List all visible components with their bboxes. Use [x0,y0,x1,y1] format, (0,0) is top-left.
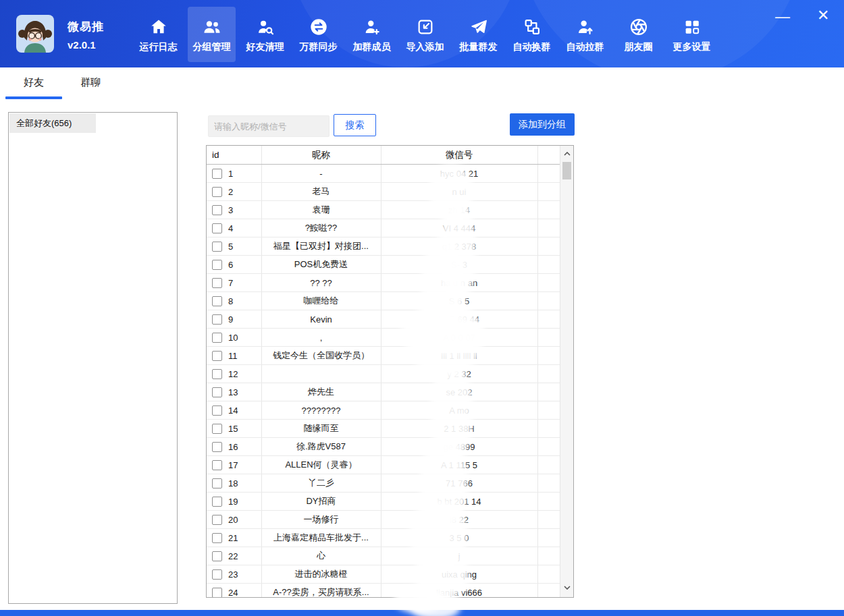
row-nickname: 老马 [261,186,381,198]
row-wechat-id: 2 1 38H [381,424,537,434]
row-checkbox[interactable] [212,314,222,325]
table-row[interactable]: 10,A 0 0 07 [207,329,573,347]
row-nickname: 烨先生 [261,386,381,398]
row-nickname: ?? ?? [261,278,381,288]
row-id: 18 [228,478,238,488]
table-row[interactable]: 2老马n ui [207,183,573,201]
row-checkbox[interactable] [212,260,222,270]
row-checkbox[interactable] [212,588,222,598]
table-row[interactable]: 12y 2 32 [207,365,573,383]
table-row[interactable]: 19DY招商b bt 201 14 [207,493,573,511]
nav-item-sync[interactable]: 万群同步 [294,7,342,62]
scroll-down-icon[interactable] [560,581,573,594]
friends-table: id 昵称 微信号 1-hyc 04 212老马n ui3袁珊zh 144?鮟嗞… [206,145,574,598]
row-checkbox[interactable] [212,205,222,215]
nav-item-import[interactable]: 导入添加 [401,7,449,62]
row-checkbox[interactable] [212,460,222,470]
nav-item-switch-group[interactable]: 自动换群 [508,7,556,62]
row-checkbox[interactable] [212,187,222,197]
scroll-up-icon[interactable] [560,147,573,161]
scrollbar-thumb[interactable] [562,162,571,179]
import-icon [416,16,435,38]
table-row[interactable]: 16徐.路虎V587ge 4899 [207,438,573,456]
table-row[interactable]: 5福星【已双封】对接团...q1 2 378 [207,237,573,256]
table-row[interactable]: 22心j [207,547,573,565]
row-checkbox[interactable] [212,242,222,252]
row-id: 12 [228,369,238,379]
search-input[interactable] [208,115,329,137]
row-wechat-id: 3 5 0 [381,533,537,543]
tab-group-chats[interactable]: 群聊 [62,67,119,98]
table-row[interactable]: 17ALLEN何（灵睿）A 1 115 5 [207,456,573,474]
row-checkbox[interactable] [212,478,222,488]
row-checkbox[interactable] [212,296,222,306]
row-checkbox[interactable] [212,223,222,233]
table-row[interactable]: 13烨先生se 202 [207,383,573,401]
nav-item-send[interactable]: 批量群发 [454,7,502,62]
row-wechat-id: y 2 32 [381,369,537,379]
pull-group-icon [576,16,595,38]
row-checkbox[interactable] [212,405,222,416]
row-id: 7 [228,278,233,288]
search-button[interactable]: 搜索 [334,114,376,136]
table-row[interactable]: 9Kevinlty 7 69 44 [207,310,573,329]
row-checkbox[interactable] [212,369,222,379]
table-row[interactable]: 4?鮟嗞??VI 4 444 [207,219,573,237]
switch-group-icon [523,16,542,38]
row-wechat-id: A mo [381,405,537,416]
table-row[interactable]: 21上海嘉定精品车批发于...3 5 0 [207,529,573,547]
row-wechat-id: b bt 201 14 [381,497,537,507]
row-id: 8 [228,296,233,306]
close-icon[interactable]: ✕ [817,8,829,23]
row-checkbox[interactable] [212,351,222,361]
send-icon [469,16,488,38]
vertical-scrollbar[interactable] [560,146,573,597]
tab-bar: 好友群聊 [0,67,844,100]
row-nickname: 随缘而至 [261,422,381,435]
nav-item-home[interactable]: 运行日志 [134,7,182,62]
row-checkbox[interactable] [212,169,222,179]
table-row[interactable]: 18丫二彡71 766 [207,474,573,493]
row-wechat-id: ha u n an [381,278,537,288]
row-checkbox[interactable] [212,387,222,397]
row-checkbox[interactable] [212,442,222,452]
table-row[interactable]: 1-hyc 04 21 [207,165,573,183]
nav-item-group-manage[interactable]: 分组管理 [188,7,236,62]
row-checkbox[interactable] [212,533,222,543]
row-checkbox[interactable] [212,278,222,288]
row-wechat-id: j [381,551,537,561]
row-wechat-id: S- 3 [381,260,537,270]
table-row[interactable]: 24A-??卖房，买房请联系...lianjia vi666 [207,584,573,598]
tab-friends[interactable]: 好友 [5,67,62,98]
row-checkbox[interactable] [212,515,222,525]
row-wechat-id: VI 4 444 [381,223,537,233]
sidebar-item-all-friends[interactable]: 全部好友(656) [9,113,96,133]
table-row[interactable]: 3袁珊zh 14 [207,201,573,219]
nav-item-member-add[interactable]: 加群成员 [348,7,396,62]
row-checkbox[interactable] [212,551,222,561]
nav-item-pull-group[interactable]: 自动拉群 [561,7,609,62]
app-logo [16,15,54,53]
table-row[interactable]: 6POS机免费送S- 3 [207,256,573,274]
table-header: id 昵称 微信号 [207,146,573,165]
row-checkbox[interactable] [212,424,222,434]
row-id: 9 [228,314,233,325]
add-to-group-button[interactable]: 添加到分组 [510,113,575,136]
table-row[interactable]: 20一场修行i8 22 [207,511,573,529]
row-id: 21 [228,533,238,543]
table-row[interactable]: 8咖喱给给S 6 5 [207,292,573,310]
table-row[interactable]: 15随缘而至2 1 38H [207,420,573,438]
row-id: 22 [228,551,238,561]
row-checkbox[interactable] [212,497,222,507]
table-row[interactable]: 23进击的冰糖橙uixa qing [207,565,573,584]
table-row[interactable]: 11钱定今生（全国收学员）lll 1 ll llll ll [207,347,573,365]
nav-item-friend-clean[interactable]: 好友清理 [241,7,289,62]
row-checkbox[interactable] [212,333,222,343]
minimize-icon[interactable]: — [775,9,790,24]
row-nickname: POS机免费送 [261,258,381,271]
nav-item-more-settings[interactable]: 更多设置 [668,7,716,62]
table-row[interactable]: 14????????A mo [207,401,573,420]
table-row[interactable]: 7?? ??ha u n an [207,274,573,292]
row-checkbox[interactable] [212,569,222,580]
nav-item-moments[interactable]: 朋友圈 [614,7,662,62]
